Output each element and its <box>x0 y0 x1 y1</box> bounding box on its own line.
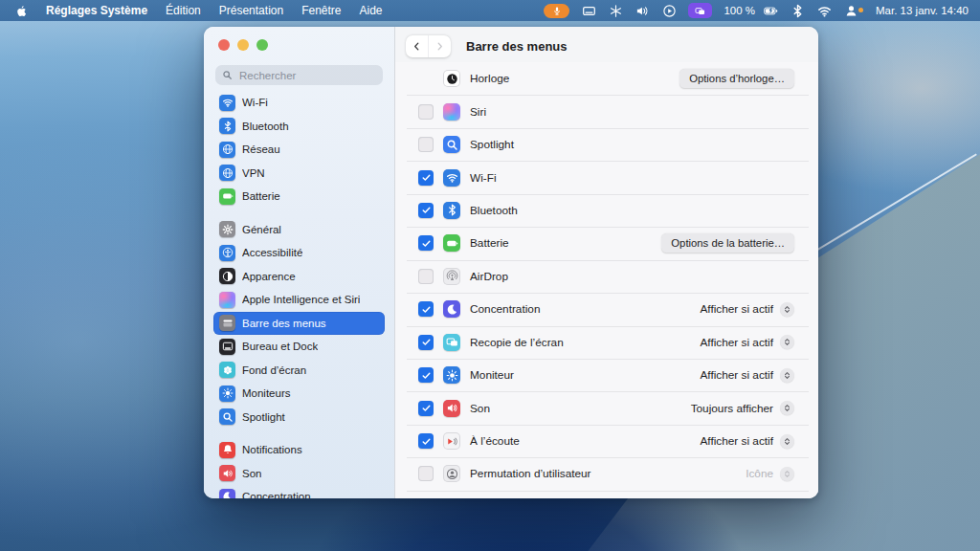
apple-icon[interactable] <box>15 4 28 18</box>
sidebar-item-barre-des-menus[interactable]: Barre des menus <box>213 312 385 336</box>
settings-row-moniteur: MoniteurAfficher si actif <box>395 359 818 391</box>
sidebar-item-concentration[interactable]: Concentration <box>213 485 385 498</box>
screen-mirroring-icon[interactable] <box>688 3 712 18</box>
battery-charging-icon[interactable] <box>763 3 778 18</box>
sidebar-group: Wi-FiBluetoothRéseauVPNBatterie <box>213 91 385 209</box>
horloge-options-button[interactable]: Options d’horloge… <box>679 69 794 88</box>
sidebar-item-moniteurs[interactable]: Moniteurs <box>213 382 385 406</box>
menu-fenetre[interactable]: Fenêtre <box>301 4 341 17</box>
main-header: Barre des menus <box>395 27 818 59</box>
settings-row-son: SonToujours afficher <box>395 391 818 424</box>
snowflake-icon[interactable] <box>608 3 623 18</box>
wifi-icon <box>443 169 460 187</box>
sidebar-item-batterie[interactable]: Batterie <box>213 185 385 209</box>
menu-aide[interactable]: Aide <box>360 4 383 17</box>
checkbox-concentration[interactable] <box>418 301 434 317</box>
sidebar-item-label: Général <box>242 224 281 235</box>
row-label: Permutation d’utilisateur <box>470 467 591 480</box>
sidebar-item-apple-intelligence-et-siri[interactable]: Apple Intelligence et Siri <box>213 288 385 312</box>
checkbox-recopie-de-l-ecran[interactable] <box>418 335 434 350</box>
play-circle-icon[interactable] <box>661 3 677 18</box>
son-display-select[interactable]: Toujours afficher <box>691 401 794 415</box>
zoom-button[interactable] <box>256 39 268 51</box>
sidebar-item-son[interactable]: Son <box>213 462 385 486</box>
minimize-button[interactable] <box>237 39 249 51</box>
sidebar-item-fond-d-ecran[interactable]: Fond d’écran <box>213 359 385 383</box>
settings-row-saisie-de-texte: Saisie de texte <box>395 491 818 498</box>
wifi-icon[interactable] <box>816 3 832 18</box>
window-controls <box>204 27 394 51</box>
checkbox-wi-fi[interactable] <box>418 170 434 186</box>
clock-icon <box>443 70 460 87</box>
checkbox-batterie[interactable] <box>418 235 434 251</box>
menu-bar-clock[interactable]: Mar. 13 janv. 14:40 <box>876 5 969 16</box>
sidebar-item-general[interactable]: Général <box>213 218 385 242</box>
sidebar-item-label: Réseau <box>242 143 280 155</box>
dock-icon <box>219 339 235 355</box>
globe-icon <box>219 142 235 158</box>
sidebar-item-vpn[interactable]: VPN <box>213 162 385 186</box>
menu-presentation[interactable]: Présentation <box>219 4 283 17</box>
forward-button[interactable] <box>428 35 451 57</box>
sidebar-item-spotlight[interactable]: Spotlight <box>213 406 385 430</box>
keyboard-icon[interactable] <box>581 3 596 18</box>
volume-icon[interactable] <box>635 3 650 18</box>
history-nav <box>406 35 451 57</box>
checkbox-permutation-d-utilisateur[interactable] <box>418 466 434 481</box>
app-menu-title[interactable]: Réglages Système <box>46 4 147 17</box>
sidebar-item-bureau-et-dock[interactable]: Bureau et Dock <box>213 335 385 359</box>
sidebar-item-label: Son <box>242 468 261 479</box>
settings-row-spotlight: Spotlight <box>395 128 818 161</box>
menu-bar-menus: ÉditionPrésentationFenêtreAide <box>166 4 382 17</box>
batterie-options-button[interactable]: Options de la batterie… <box>661 233 794 253</box>
sidebar-nav: Wi-FiBluetoothRéseauVPNBatterieGénéralAc… <box>204 87 394 498</box>
settings-row-permutation-d-utilisateur: Permutation d’utilisateurIcône <box>395 457 818 490</box>
stepper-icon <box>780 434 794 449</box>
menu-bar-status: 100 % Mar. 13 janv. 14:40 <box>544 3 969 18</box>
checkbox-airdrop[interactable] <box>418 269 434 284</box>
microphone-icon[interactable] <box>544 4 569 18</box>
sidebar-item-accessibilite[interactable]: Accessibilité <box>213 241 385 265</box>
row-label: Moniteur <box>470 368 514 382</box>
sidebar-item-label: Fond d’écran <box>242 364 306 376</box>
close-button[interactable] <box>218 39 230 51</box>
user-switch-icon[interactable] <box>843 3 858 18</box>
recopie-de-l-ecran-display-select[interactable]: Afficher si actif <box>701 335 795 349</box>
a-l-ecoute-display-select[interactable]: Afficher si actif <box>701 434 795 449</box>
concentration-display-select[interactable]: Afficher si actif <box>701 302 795 317</box>
sidebar-item-reseau[interactable]: Réseau <box>213 138 385 162</box>
status-icons-right <box>763 3 858 18</box>
sidebar-group: NotificationsSonConcentration <box>213 438 385 498</box>
sidebar-item-label: Notifications <box>242 444 302 455</box>
wifi-icon <box>219 95 235 111</box>
checkbox-moniteur[interactable] <box>418 367 434 383</box>
settings-row-concentration: ConcentrationAfficher si actif <box>395 293 818 325</box>
checkbox-a-l-ecoute[interactable] <box>418 433 434 449</box>
sidebar-item-label: Spotlight <box>242 411 285 423</box>
sidebar-item-apparence[interactable]: Apparence <box>213 265 385 289</box>
checkbox-son[interactable] <box>418 401 434 416</box>
magnifier-icon <box>219 408 235 425</box>
menu-edition[interactable]: Édition <box>166 4 201 17</box>
bluetooth-icon[interactable] <box>790 3 805 18</box>
moniteur-display-select[interactable]: Afficher si actif <box>701 368 795 383</box>
back-button[interactable] <box>406 35 428 57</box>
sidebar-item-wi-fi[interactable]: Wi-Fi <box>213 91 385 115</box>
sidebar-item-label: Concentration <box>242 491 311 498</box>
moon-icon <box>443 300 460 318</box>
search-input[interactable] <box>237 69 376 82</box>
system-settings-window: Wi-FiBluetoothRéseauVPNBatterieGénéralAc… <box>204 27 818 498</box>
checkbox-spotlight[interactable] <box>418 137 434 152</box>
sidebar-item-notifications[interactable]: Notifications <box>213 438 385 462</box>
magnifier-icon <box>443 136 460 153</box>
select-value: Afficher si actif <box>701 368 774 382</box>
permutation-d-utilisateur-display-select[interactable]: Icône <box>746 467 794 481</box>
user-circle-icon <box>443 465 460 482</box>
sun-icon <box>219 386 235 402</box>
checkbox-siri[interactable] <box>418 104 434 120</box>
row-label: Horloge <box>470 72 509 85</box>
battery-icon <box>219 188 235 205</box>
checkbox-bluetooth[interactable] <box>418 203 434 218</box>
sidebar-item-bluetooth[interactable]: Bluetooth <box>213 115 385 139</box>
search-field[interactable] <box>215 65 383 85</box>
